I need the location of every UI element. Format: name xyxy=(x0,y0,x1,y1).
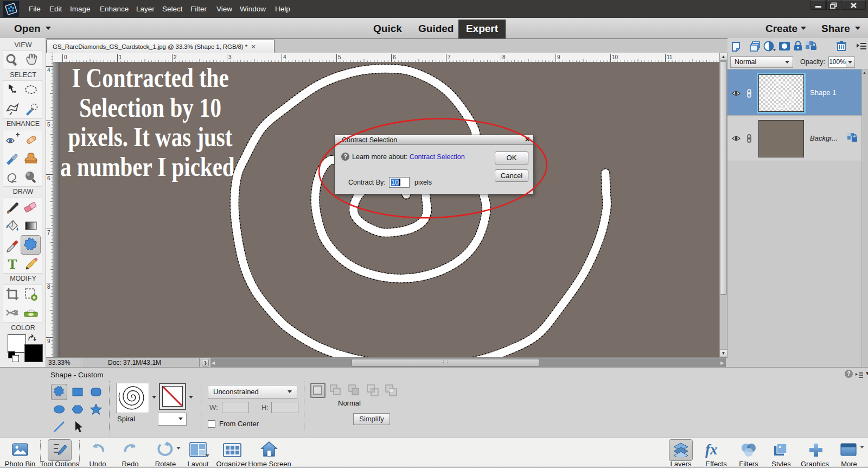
svg-text:1: 1 xyxy=(119,54,122,60)
svg-text:pixels. It was just: pixels. It was just xyxy=(68,122,233,152)
svg-text:9: 9 xyxy=(47,338,50,344)
svg-text:3: 3 xyxy=(228,54,232,60)
svg-text:6: 6 xyxy=(47,175,50,181)
svg-text:7: 7 xyxy=(47,230,50,236)
svg-text:I Contracted the: I Contracted the xyxy=(72,62,228,93)
svg-text:8: 8 xyxy=(47,284,50,290)
svg-text:9: 9 xyxy=(557,54,560,60)
svg-text:6: 6 xyxy=(393,54,396,60)
svg-text:4: 4 xyxy=(283,54,286,60)
svg-text:a number I picked.: a number I picked. xyxy=(60,151,240,182)
svg-text:T: T xyxy=(8,256,17,272)
svg-text:Selection by 10: Selection by 10 xyxy=(79,92,221,122)
svg-text:5: 5 xyxy=(338,54,341,60)
svg-text:2: 2 xyxy=(174,54,177,60)
svg-text:0: 0 xyxy=(64,54,67,60)
svg-text:11: 11 xyxy=(667,54,673,60)
svg-text:4: 4 xyxy=(47,67,50,73)
svg-text:5: 5 xyxy=(47,122,50,128)
svg-text:7: 7 xyxy=(448,54,451,60)
svg-text:10: 10 xyxy=(612,54,618,60)
svg-text:8: 8 xyxy=(502,54,506,60)
